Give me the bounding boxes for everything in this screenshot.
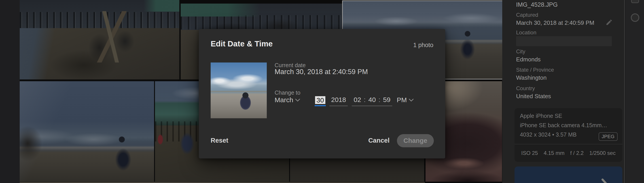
chevron-down-icon bbox=[408, 98, 414, 102]
hour-value: 02 bbox=[354, 96, 361, 103]
app-window: IMG_4528.JPG Captured March 30, 2018 at … bbox=[0, 0, 644, 183]
edit-date-time-dialog: Edit Date & Time 1 photo Current date Ma… bbox=[199, 29, 445, 159]
time-separator: : bbox=[378, 96, 380, 103]
edit-captured-button[interactable] bbox=[606, 19, 614, 27]
city-label: City bbox=[516, 48, 525, 55]
year-value: 2018 bbox=[331, 96, 346, 103]
meridiem-select[interactable]: PM bbox=[397, 96, 414, 106]
photo-preview bbox=[211, 62, 267, 118]
state-value[interactable]: Washington bbox=[516, 74, 546, 81]
day-input[interactable]: 30 bbox=[314, 96, 326, 106]
current-date-label: Current date bbox=[274, 62, 306, 68]
country-value[interactable]: United States bbox=[516, 93, 551, 100]
exif-focal-length: 4.15 mm bbox=[544, 150, 564, 156]
meridiem-value: PM bbox=[397, 96, 407, 104]
photo-dimensions-size: 4032 x 3024 • 3.57 MB bbox=[520, 132, 576, 138]
location-label: Location bbox=[516, 29, 536, 36]
date-time-controls: March 30 2018 02:40:59 PM bbox=[274, 96, 414, 106]
file-format-badge: JPEG bbox=[598, 132, 618, 141]
change-button[interactable]: Change bbox=[397, 134, 434, 147]
map-pier-feature bbox=[601, 178, 614, 183]
info-sidebar: IMG_4528.JPG Captured March 30, 2018 at … bbox=[502, 0, 624, 183]
left-edge-panel bbox=[0, 0, 20, 183]
exif-shutter-speed: 1/2500 sec bbox=[590, 150, 616, 156]
second-value: 59 bbox=[383, 96, 390, 103]
photo-filename: IMG_4528.JPG bbox=[516, 1, 558, 8]
month-select[interactable]: March bbox=[274, 96, 300, 106]
right-toolbar bbox=[625, 0, 644, 183]
month-value: March bbox=[274, 96, 293, 104]
year-input[interactable]: 2018 bbox=[330, 96, 348, 106]
captured-label: Captured bbox=[516, 12, 538, 18]
exif-iso: ISO 25 bbox=[521, 150, 538, 156]
time-input[interactable]: 02:40:59 bbox=[352, 96, 392, 106]
minute-value: 40 bbox=[368, 96, 376, 103]
change-to-label: Change to bbox=[274, 89, 300, 96]
photo-thumbnail-1[interactable] bbox=[20, 0, 179, 79]
day-value: 30 bbox=[315, 96, 325, 104]
camera-info-card: Apple iPhone SE iPhone SE back camera 4.… bbox=[514, 108, 622, 162]
pencil-icon bbox=[606, 19, 613, 26]
photo-thumbnail-4[interactable] bbox=[20, 81, 154, 182]
photo-count: 1 photo bbox=[413, 42, 433, 49]
camera-lens: iPhone SE back camera 4.15mm… bbox=[520, 122, 607, 129]
cancel-button[interactable]: Cancel bbox=[368, 137, 390, 144]
dialog-title: Edit Date & Time bbox=[211, 39, 272, 48]
camera-make-model: Apple iPhone SE bbox=[520, 113, 562, 119]
exif-row: ISO 25 4.15 mm f / 2.2 1/2500 sec bbox=[514, 148, 622, 159]
rounded-square-icon[interactable] bbox=[631, 0, 639, 3]
location-map-preview[interactable] bbox=[514, 167, 622, 183]
city-value[interactable]: Edmonds bbox=[516, 56, 541, 63]
card-divider bbox=[514, 144, 622, 144]
time-separator: : bbox=[364, 96, 366, 103]
exif-aperture: f / 2.2 bbox=[570, 150, 584, 156]
captured-value: March 30, 2018 at 2:40:59 PM bbox=[516, 19, 594, 26]
current-date-value: March 30, 2018 at 2:40:59 PM bbox=[274, 68, 368, 76]
reset-button[interactable]: Reset bbox=[211, 137, 228, 144]
location-input[interactable] bbox=[516, 36, 612, 46]
sidebar-divider bbox=[624, 0, 625, 183]
chevron-down-icon bbox=[295, 98, 300, 102]
state-label: State / Province bbox=[516, 67, 554, 73]
country-label: Country bbox=[516, 85, 535, 91]
next-photo-row-sliver bbox=[20, 182, 425, 183]
circle-icon[interactable] bbox=[631, 13, 639, 22]
